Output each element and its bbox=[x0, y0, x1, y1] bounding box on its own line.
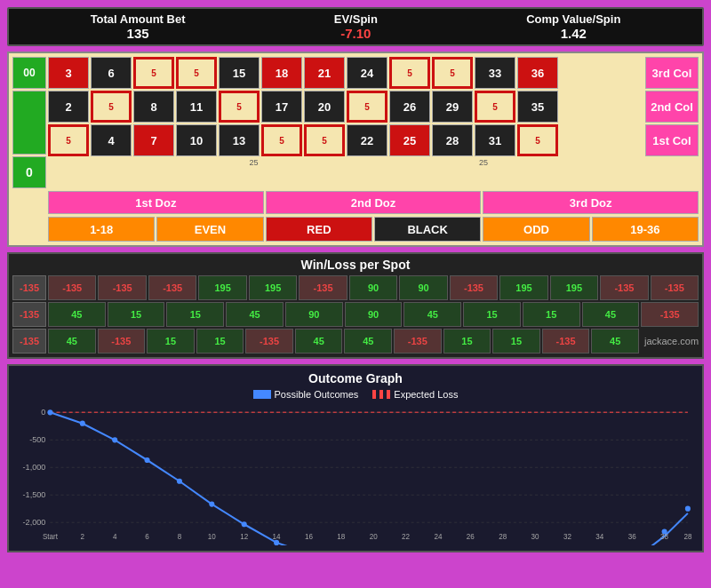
wl-1-7: 90 bbox=[349, 275, 397, 300]
svg-point-16 bbox=[209, 501, 214, 506]
num-20[interactable]: 20 bbox=[304, 91, 345, 123]
num-7[interactable]: 7 bbox=[133, 124, 174, 156]
num-35[interactable]: 35 bbox=[517, 91, 558, 123]
comp-label: Comp Value/Spin bbox=[526, 12, 620, 26]
col-2nd[interactable]: 2nd Col bbox=[645, 91, 699, 123]
bet-odd[interactable]: ODD bbox=[483, 217, 589, 242]
wl-2-4: 45 bbox=[226, 302, 284, 327]
wl-2-9: 15 bbox=[523, 302, 580, 327]
num-9[interactable]: 5 bbox=[133, 57, 174, 89]
num-24[interactable]: 24 bbox=[347, 57, 387, 89]
ev-label: EV/Spin bbox=[334, 12, 378, 26]
num-10[interactable]: 10 bbox=[176, 124, 217, 156]
number-row-mid: 2 5 8 11 5 17 20 5 26 29 5 35 bbox=[48, 91, 643, 123]
num-17[interactable]: 17 bbox=[261, 91, 302, 123]
legend-expected: Expected Loss bbox=[372, 389, 458, 400]
svg-text:Start: Start bbox=[43, 533, 59, 541]
num-12[interactable]: 5 bbox=[176, 57, 217, 89]
wl-2-5: 90 bbox=[285, 302, 343, 327]
svg-text:32: 32 bbox=[563, 533, 571, 541]
svg-text:30: 30 bbox=[531, 533, 539, 541]
num-27[interactable]: 5 bbox=[389, 57, 430, 89]
wl-2-1: 45 bbox=[48, 302, 106, 327]
dozen-2nd[interactable]: 2nd Doz bbox=[266, 191, 482, 214]
svg-text:28: 28 bbox=[499, 533, 507, 541]
wl-3-12: 45 bbox=[591, 329, 639, 354]
num-36[interactable]: 36 bbox=[517, 57, 558, 89]
svg-point-11 bbox=[47, 409, 52, 415]
svg-point-17 bbox=[242, 521, 247, 527]
num-18[interactable]: 18 bbox=[261, 57, 302, 89]
legend-red-box bbox=[372, 390, 390, 399]
num-31[interactable]: 31 bbox=[475, 124, 515, 156]
graph-area: 0 -500 -1,000 -1,500 -2,000 bbox=[14, 403, 697, 545]
num-29[interactable]: 29 bbox=[432, 91, 473, 123]
roulette-table: 00 0 3 6 5 5 15 18 21 24 5 5 33 bbox=[7, 52, 704, 247]
num-23[interactable]: 5 bbox=[347, 91, 387, 123]
stats-header: Total Amount Bet 135 EV/Spin -7.10 Comp … bbox=[7, 7, 704, 46]
total-bet-value: 135 bbox=[91, 26, 186, 41]
wl-1-5: 195 bbox=[249, 275, 297, 300]
num-2[interactable]: 2 bbox=[48, 91, 89, 123]
bet-even[interactable]: EVEN bbox=[156, 217, 263, 242]
svg-point-31 bbox=[685, 506, 691, 512]
jackace-label: jackace.com bbox=[644, 336, 699, 346]
wl-1-8: 90 bbox=[399, 275, 447, 300]
wl-zero-2: -135 bbox=[12, 302, 46, 327]
num-3[interactable]: 3 bbox=[48, 57, 89, 89]
num-26[interactable]: 26 bbox=[389, 91, 430, 123]
bet-1-18[interactable]: 1-18 bbox=[48, 217, 155, 242]
wl-1-10: 195 bbox=[499, 275, 547, 300]
wl-2-10: 45 bbox=[582, 302, 640, 327]
bet-black[interactable]: BLACK bbox=[374, 217, 481, 242]
svg-text:14: 14 bbox=[273, 533, 281, 541]
svg-text:10: 10 bbox=[208, 533, 216, 541]
svg-text:2: 2 bbox=[81, 533, 85, 541]
num-1[interactable]: 5 bbox=[48, 124, 89, 156]
wl-2-6: 90 bbox=[345, 302, 403, 327]
single-zero[interactable] bbox=[12, 91, 46, 155]
num-11[interactable]: 11 bbox=[176, 91, 217, 123]
num-13[interactable]: 13 bbox=[219, 124, 260, 156]
num-34[interactable]: 5 bbox=[517, 124, 558, 156]
col-3rd[interactable]: 3rd Col bbox=[645, 57, 699, 89]
num-33[interactable]: 33 bbox=[475, 57, 515, 89]
svg-text:38: 38 bbox=[660, 533, 668, 541]
num-30[interactable]: 5 bbox=[432, 57, 473, 89]
num-32[interactable]: 5 bbox=[475, 91, 515, 123]
zero[interactable]: 0 bbox=[12, 156, 46, 188]
dozen-1st[interactable]: 1st Doz bbox=[48, 191, 264, 214]
num-21[interactable]: 21 bbox=[304, 57, 345, 89]
wl-3-9: 15 bbox=[443, 329, 491, 354]
wl-1-6: -135 bbox=[299, 275, 347, 300]
num-28[interactable]: 28 bbox=[432, 124, 473, 156]
num-5[interactable]: 5 bbox=[91, 91, 132, 123]
svg-point-15 bbox=[177, 479, 182, 484]
num-22[interactable]: 22 bbox=[347, 124, 387, 156]
number-row-top: 3 6 5 5 15 18 21 24 5 5 33 36 bbox=[48, 57, 643, 89]
bet-19-36[interactable]: 19-36 bbox=[592, 217, 699, 242]
bet-red[interactable]: RED bbox=[266, 217, 372, 242]
wl-1-4: 195 bbox=[198, 275, 246, 300]
wl-row-3: -135 45 -135 15 15 -135 45 45 -135 15 15… bbox=[12, 329, 699, 354]
col-1st[interactable]: 1st Col bbox=[645, 124, 699, 156]
svg-point-14 bbox=[145, 457, 150, 463]
num-15[interactable]: 15 bbox=[219, 57, 260, 89]
wl-1-9: -135 bbox=[450, 275, 498, 300]
ev-value: -7.10 bbox=[334, 26, 378, 41]
num-14[interactable]: 5 bbox=[219, 91, 260, 123]
wl-3-6: 45 bbox=[295, 329, 343, 354]
ev-block: EV/Spin -7.10 bbox=[334, 12, 378, 41]
num-19[interactable]: 5 bbox=[304, 124, 345, 156]
num-6[interactable]: 6 bbox=[91, 57, 132, 89]
wl-row-1: -135 -135 -135 -135 195 195 -135 90 90 -… bbox=[12, 275, 699, 300]
num-8[interactable]: 8 bbox=[133, 91, 174, 123]
num-4[interactable]: 4 bbox=[91, 124, 132, 156]
wl-1-1: -135 bbox=[48, 275, 96, 300]
dozen-3rd[interactable]: 3rd Doz bbox=[483, 191, 699, 214]
double-zero[interactable]: 00 bbox=[12, 57, 46, 89]
legend-possible-label: Possible Outcomes bbox=[275, 389, 359, 400]
num-25[interactable]: 25 bbox=[389, 124, 430, 156]
legend-blue-box bbox=[253, 390, 271, 399]
num-16[interactable]: 5 bbox=[261, 124, 302, 156]
